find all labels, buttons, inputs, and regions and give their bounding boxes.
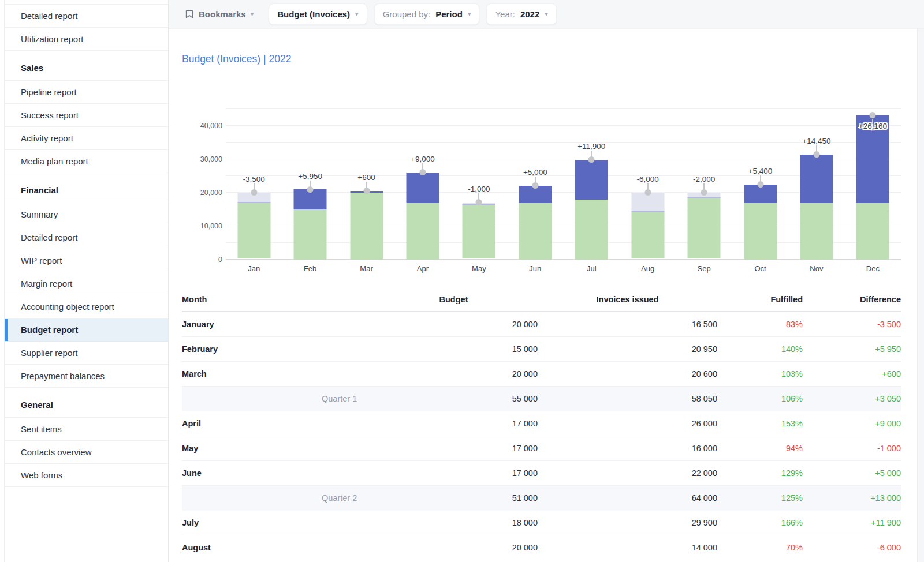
grouped-by-dropdown[interactable]: Grouped by: Period ▾ (374, 3, 480, 25)
table-row: January20 00016 50083%-3 500 (182, 312, 901, 337)
cell-fulfilled: 94% (717, 444, 803, 453)
bar-difference-label: +5,400 (748, 167, 773, 175)
sidebar-item-prepayment-balances[interactable]: Prepayment balances (5, 365, 168, 388)
bar-marker-dot (701, 189, 707, 196)
grouped-by-label: Grouped by: (383, 9, 431, 19)
sidebar-item-detailed-report[interactable]: Detailed report (5, 5, 168, 28)
bar-group-apr[interactable]: +9,000 (394, 106, 450, 260)
bar-group-may[interactable]: -1,000 (451, 106, 507, 260)
vertical-scrollbar[interactable] (917, 29, 924, 562)
fulfilled-segment (688, 198, 721, 258)
report-type-dropdown[interactable]: Budget (Invoices) ▾ (269, 3, 367, 25)
page-title: Budget (Invoices) | 2022 (182, 53, 901, 65)
cell-fulfilled: 153% (717, 419, 803, 428)
cell-difference: -3 500 (803, 320, 901, 329)
sidebar-nav: Detailed reportUtilization reportSalesPi… (5, 0, 168, 562)
cell-difference: +5 950 (803, 344, 901, 354)
cell-budget: 20 000 (370, 543, 538, 552)
sidebar-item-supplier-report[interactable]: Supplier report (5, 342, 168, 365)
sidebar-item-activity-report[interactable]: Activity report (5, 127, 168, 150)
cell-difference: +3 050 (803, 394, 901, 403)
bar-marker-dot (363, 188, 370, 194)
sidebar-section-header: Financial (5, 173, 168, 203)
x-tick-label: Mar (338, 264, 394, 276)
bar-group-sep[interactable]: -2,000 (676, 106, 732, 260)
bar-group-feb[interactable]: +5,950 (282, 106, 338, 260)
bar-difference-label: +5,000 (523, 168, 547, 177)
bar-group-jun[interactable]: +5,000 (507, 106, 563, 260)
cell-invoices-issued: 58 050 (538, 394, 717, 403)
cell-budget: 17 000 (370, 469, 538, 478)
sidebar-item-web-forms[interactable]: Web forms (5, 464, 168, 487)
cell-month: August (182, 543, 370, 552)
bar-group-aug[interactable]: -6,000 (620, 106, 676, 260)
year-dropdown[interactable]: Year: 2022 ▾ (486, 3, 556, 25)
cell-month: May (182, 444, 370, 453)
toolbar: Bookmarks ▾ Budget (Invoices) ▾ Grouped … (169, 0, 924, 29)
bar-stack (631, 193, 664, 260)
y-tick-label: 40,000 (200, 122, 222, 130)
cell-invoices-issued: 16 000 (538, 444, 717, 453)
fulfilled-segment (519, 203, 552, 260)
budget-table: MonthBudgetInvoices issuedFulfilledDiffe… (182, 287, 901, 560)
sidebar-item-success-report[interactable]: Success report (5, 104, 168, 127)
cell-invoices-issued: 22 000 (538, 469, 717, 478)
bar-stack (350, 191, 383, 260)
sidebar-item-pipeline-report[interactable]: Pipeline report (5, 81, 168, 104)
sidebar-item-media-plan-report[interactable]: Media plan report (5, 150, 168, 173)
chevron-down-icon: ▾ (355, 11, 359, 17)
column-header-difference: Difference (803, 295, 901, 304)
x-tick-label: Jan (226, 264, 282, 276)
bar-group-jan[interactable]: -3,500 (226, 106, 282, 260)
sidebar-item-margin-report[interactable]: Margin report (5, 272, 168, 295)
cell-difference: -6 000 (803, 543, 901, 552)
bar-group-mar[interactable]: +600 (338, 106, 394, 260)
cell-month: Quarter 2 (182, 493, 370, 503)
cell-invoices-issued: 29 900 (538, 518, 717, 527)
fulfilled-segment (800, 203, 833, 260)
cell-fulfilled: 83% (717, 320, 803, 329)
bookmarks-label: Bookmarks (199, 9, 246, 19)
bar-group-dec[interactable]: +26,160 (845, 106, 901, 260)
sidebar-item-utilization-report[interactable]: Utilization report (5, 28, 168, 51)
bar-difference-label: -2,000 (693, 175, 715, 183)
cell-difference: +600 (803, 369, 901, 379)
chevron-down-icon: ▾ (468, 11, 471, 17)
overfulfilled-segment (406, 173, 439, 203)
x-tick-label: Oct (732, 264, 788, 276)
sidebar-item-detailed-report[interactable]: Detailed report (5, 226, 168, 249)
bar-difference-label: +26,160 (859, 122, 887, 130)
table-header-row: MonthBudgetInvoices issuedFulfilledDiffe… (182, 287, 901, 312)
y-tick-label: 0 (218, 256, 222, 264)
cell-budget: 15 000 (370, 344, 538, 354)
sidebar-item-accounting-object-report[interactable]: Accounting object report (5, 295, 168, 319)
cell-invoices-issued: 26 000 (538, 419, 717, 428)
bookmarks-dropdown[interactable]: Bookmarks ▾ (185, 9, 254, 19)
bar-group-oct[interactable]: +5,400 (732, 106, 788, 260)
sidebar-item-wip-report[interactable]: WIP report (5, 249, 168, 272)
cell-difference: -1 000 (803, 444, 901, 453)
cell-difference: +9 000 (803, 419, 901, 428)
x-tick-label: Jul (564, 264, 620, 276)
bar-group-nov[interactable]: +14,450 (788, 106, 844, 260)
sidebar-item-contacts-overview[interactable]: Contacts overview (5, 441, 168, 464)
bookmark-icon (185, 9, 194, 19)
sidebar-item-summary[interactable]: Summary (5, 203, 168, 226)
cell-month: February (182, 344, 370, 354)
bar-marker-dot (251, 189, 257, 196)
bar-marker-dot (870, 112, 876, 118)
sidebar-item-budget-report[interactable]: Budget report (5, 319, 168, 342)
grouped-by-value: Period (435, 9, 463, 19)
x-tick-label: Feb (282, 264, 338, 276)
chart-plot: -3,500+5,950+600+9,000-1,000+5,000+11,90… (226, 106, 901, 260)
fulfilled-segment (744, 203, 777, 260)
column-header-month: Month (182, 295, 370, 304)
table-row: April17 00026 000153%+9 000 (182, 411, 901, 436)
sidebar-item-sent-items[interactable]: Sent items (5, 418, 168, 441)
table-row: August20 00014 00070%-6 000 (182, 535, 901, 560)
cell-month: June (182, 469, 370, 478)
bar-stack (744, 185, 777, 260)
cell-difference: +13 000 (803, 493, 901, 503)
bar-group-jul[interactable]: +11,900 (564, 106, 620, 260)
bar-stack (575, 160, 608, 260)
